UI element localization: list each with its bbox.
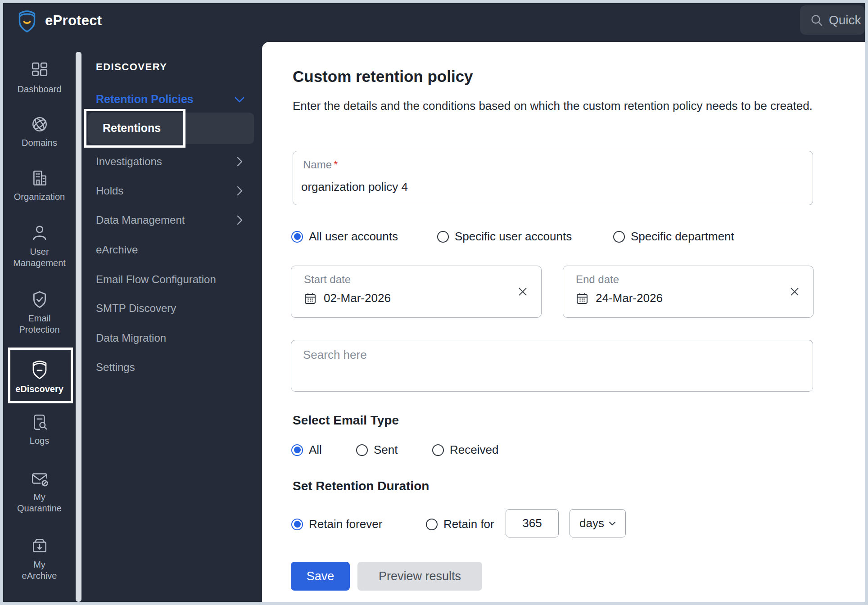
quick-search-button[interactable]: Quick	[800, 5, 865, 35]
sidebar-item-organization[interactable]: Organization	[3, 169, 76, 203]
clear-end-date-icon[interactable]	[789, 286, 800, 298]
page-title: Custom retention policy	[293, 68, 473, 86]
name-field-label: Name*	[303, 158, 338, 171]
sidebar-label: Email Protection	[3, 313, 76, 335]
person-icon	[30, 224, 49, 243]
sidebar-label: Domains	[3, 137, 76, 149]
radio-specific-user-accounts[interactable]: Specific user accounts	[437, 230, 572, 244]
radio-all-user-accounts[interactable]: All user accounts	[291, 230, 398, 244]
radio-unselected-icon[interactable]	[432, 444, 444, 456]
sidebar-label: Organization	[3, 191, 76, 203]
sidebar-item-domains[interactable]: Domains	[3, 115, 76, 149]
radio-label: Received	[450, 443, 498, 457]
radio-selected-icon[interactable]	[291, 519, 303, 530]
clear-start-date-icon[interactable]	[517, 286, 529, 298]
user-search-box[interactable]	[291, 340, 813, 392]
retention-duration-heading: Set Retention Duration	[293, 479, 429, 493]
dashboard-grid-icon	[30, 61, 49, 80]
radio-label: Specific department	[631, 230, 734, 244]
save-button[interactable]: Save	[291, 562, 350, 591]
menu-item-data-management[interactable]: Data Management	[96, 214, 185, 226]
name-field-value[interactable]: organization policy 4	[301, 180, 408, 194]
page-subtitle: Enter the details and the conditions bas…	[293, 99, 865, 113]
globe-icon	[30, 115, 49, 134]
shield-brand-icon	[30, 360, 49, 380]
eprotect-logo-shield-icon	[16, 10, 38, 35]
sidebar-item-my-quarantine[interactable]: My Quarantine	[3, 469, 76, 514]
sidebar-label: User Management	[3, 246, 76, 269]
sidebar-label: My Quarantine	[3, 492, 76, 514]
sidebar-item-logs[interactable]: Logs	[3, 413, 76, 447]
radio-label: Retain forever	[309, 517, 382, 531]
menu-item-data-migration[interactable]: Data Migration	[96, 332, 166, 344]
radio-label: Sent	[374, 443, 398, 457]
menu-item-investigations[interactable]: Investigations	[96, 155, 162, 168]
radio-unselected-icon[interactable]	[356, 444, 368, 456]
radio-label: All user accounts	[309, 230, 398, 244]
document-search-icon	[30, 413, 49, 432]
menu-item-holds[interactable]: Holds	[96, 185, 123, 197]
search-icon	[810, 14, 823, 27]
archive-box-icon	[30, 537, 49, 555]
menu-item-settings[interactable]: Settings	[96, 361, 135, 374]
start-date-field[interactable]: Start date 02-Mar-2026	[291, 266, 542, 318]
menu-item-retentions[interactable]: Retentions	[103, 122, 161, 135]
radio-retain-for[interactable]: Retain for	[426, 517, 494, 531]
sidebar-item-user-management[interactable]: User Management	[3, 224, 76, 269]
radio-unselected-icon[interactable]	[613, 231, 625, 243]
menu-item-email-flow-configuration[interactable]: Email Flow Configuration	[96, 273, 216, 286]
app-title: eProtect	[45, 13, 102, 29]
sidebar-label: Dashboard	[3, 84, 76, 95]
sidebar-scrollbar[interactable]	[76, 52, 81, 602]
email-type-heading: Select Email Type	[293, 413, 399, 428]
chevron-right-icon[interactable]	[234, 214, 245, 226]
retention-unit-value: days	[579, 516, 604, 530]
radio-label: All	[309, 443, 322, 457]
calendar-icon	[576, 292, 588, 305]
radio-label: Specific user accounts	[455, 230, 572, 244]
chevron-right-icon[interactable]	[234, 156, 245, 167]
end-date-field[interactable]: End date 24-Mar-2026	[563, 266, 814, 318]
start-date-value: 02-Mar-2026	[324, 291, 391, 305]
radio-retain-forever[interactable]: Retain forever	[291, 517, 382, 531]
radio-unselected-icon[interactable]	[437, 231, 449, 243]
building-icon	[30, 169, 49, 188]
radio-label: Retain for	[443, 517, 494, 531]
menu-heading: EDISCOVERY	[96, 61, 167, 73]
user-search-input[interactable]	[302, 348, 799, 362]
shield-check-icon	[30, 290, 49, 309]
sidebar-label: My eArchive	[3, 559, 76, 582]
sidebar-item-my-earchive[interactable]: My eArchive	[3, 537, 76, 582]
sidebar-item-ediscovery[interactable]: eDiscovery	[3, 360, 76, 395]
radio-specific-department[interactable]: Specific department	[613, 230, 734, 244]
preview-results-button[interactable]: Preview results	[357, 562, 482, 591]
chevron-right-icon[interactable]	[234, 185, 245, 197]
chevron-down-icon	[609, 521, 616, 526]
end-date-label: End date	[576, 273, 619, 286]
retention-unit-select[interactable]: days	[570, 509, 626, 537]
start-date-label: Start date	[304, 273, 351, 286]
mail-blocked-icon	[30, 469, 49, 488]
sidebar-label: eDiscovery	[3, 384, 76, 395]
radio-unselected-icon[interactable]	[426, 519, 438, 530]
radio-selected-icon[interactable]	[291, 444, 303, 456]
radio-email-all[interactable]: All	[291, 443, 322, 457]
calendar-icon	[304, 292, 316, 305]
retention-days-value: 365	[522, 516, 542, 530]
end-date-value: 24-Mar-2026	[596, 291, 663, 305]
chevron-down-icon[interactable]	[233, 95, 246, 105]
menu-item-retention-policies[interactable]: Retention Policies	[96, 93, 194, 106]
required-asterisk: *	[334, 158, 338, 171]
sidebar-item-email-protection[interactable]: Email Protection	[3, 290, 76, 335]
quick-search-label: Quick	[829, 13, 861, 27]
radio-email-sent[interactable]: Sent	[356, 443, 398, 457]
menu-item-smtp-discovery[interactable]: SMTP Discovery	[96, 302, 176, 315]
retention-days-input[interactable]: 365	[506, 509, 559, 537]
radio-selected-icon[interactable]	[291, 231, 303, 243]
radio-email-received[interactable]: Received	[432, 443, 498, 457]
menu-item-earchive[interactable]: eArchive	[96, 244, 138, 256]
sidebar-label: Logs	[3, 435, 76, 447]
sidebar-item-dashboard[interactable]: Dashboard	[3, 61, 76, 95]
name-field[interactable]: Name* organization policy 4	[293, 151, 813, 205]
